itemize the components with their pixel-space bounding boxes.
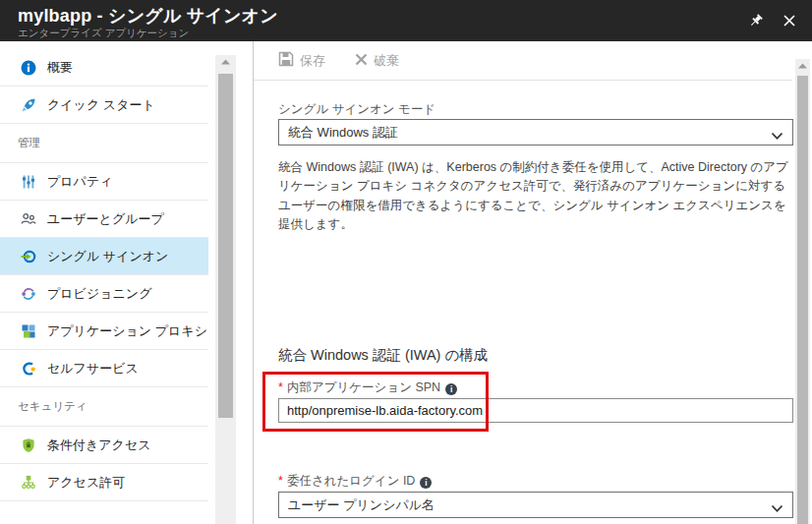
- section-label: 管理: [18, 136, 40, 150]
- spn-label-row: *内部アプリケーション SPNi: [278, 379, 457, 396]
- sidebar-item-application-proxy[interactable]: アプリケーション プロキシ: [0, 313, 208, 350]
- sidebar-item-label: クイック スタート: [47, 96, 155, 114]
- sidebar-item-overview[interactable]: 概要: [0, 49, 208, 87]
- blade-header: mylbapp - シングル サインオン エンタープライズ アプリケーション: [0, 0, 812, 41]
- blade-body: 概要 クイック スタート 管理 プロパティ: [0, 41, 812, 524]
- discard-x-icon: [355, 53, 368, 69]
- discard-label: 破棄: [374, 52, 399, 70]
- blade-titles: mylbapp - シングル サインオン エンタープライズ アプリケーション: [18, 6, 278, 40]
- sso-mode-label: シングル サインオン モード: [278, 101, 435, 118]
- spn-label: 内部アプリケーション SPN: [287, 380, 440, 394]
- sso-mode-description: 統合 Windows 認証 (IWA) は、Kerberos の制約付き委任を使…: [278, 158, 795, 235]
- sidebar-item-self-service[interactable]: セルフサービス: [0, 350, 208, 387]
- sidebar-item-provisioning[interactable]: プロビジョニング: [0, 275, 208, 313]
- app-window: mylbapp - シングル サインオン エンタープライズ アプリケーション: [0, 0, 812, 524]
- main-panel: 保存 破棄 シングル サインオン モード 統合 Windows 認証 統合 Wi…: [254, 41, 812, 524]
- sidebar-scrollbar-thumb[interactable]: [218, 74, 233, 418]
- info-icon: [21, 60, 36, 76]
- page-subtitle: エンタープライズ アプリケーション: [18, 27, 278, 40]
- login-id-value: ユーザー プリンシパル名: [288, 496, 435, 514]
- save-icon: [278, 51, 294, 70]
- sidebar-item-single-sign-on[interactable]: シングル サインオン: [0, 238, 208, 275]
- required-marker: *: [278, 380, 283, 394]
- sidebar-item-label: プロビジョニング: [47, 285, 151, 303]
- login-id-info-icon[interactable]: i: [420, 477, 432, 489]
- sidebar-item-label: プロパティ: [47, 173, 113, 191]
- sidebar-item-label: セルフサービス: [47, 360, 139, 378]
- scroll-up-icon[interactable]: [215, 55, 236, 69]
- chevron-down-icon: [771, 501, 783, 516]
- app-proxy-grid-icon: [21, 323, 36, 339]
- sidebar-item-properties[interactable]: プロパティ: [0, 163, 208, 201]
- spn-input[interactable]: [278, 398, 793, 423]
- key-ring-icon: [21, 361, 36, 377]
- spn-info-icon[interactable]: i: [445, 383, 457, 395]
- login-id-select[interactable]: ユーザー プリンシパル名: [278, 492, 793, 518]
- main-scrollbar[interactable]: [795, 59, 810, 524]
- required-marker: *: [278, 474, 283, 488]
- sidebar-item-permissions[interactable]: アクセス許可: [0, 464, 208, 501]
- save-button[interactable]: 保存: [278, 51, 325, 70]
- sidebar-scrollbar[interactable]: [215, 55, 236, 524]
- page-title: mylbapp - シングル サインオン: [18, 6, 278, 26]
- provisioning-cycle-icon: [21, 286, 36, 302]
- main-scrollbar-thumb[interactable]: [797, 76, 808, 524]
- scroll-up-icon[interactable]: [795, 59, 810, 73]
- command-bar: 保存 破棄: [254, 41, 792, 81]
- sidebar-item-label: 概要: [47, 59, 73, 77]
- section-label: セキュリティ: [18, 399, 87, 414]
- chevron-down-icon: [771, 129, 783, 144]
- sso-mode-value: 統合 Windows 認証: [288, 124, 398, 142]
- close-icon[interactable]: [781, 12, 798, 29]
- sidebar-section-management: 管理: [0, 124, 208, 163]
- blade-actions: [747, 12, 798, 29]
- sidebar: 概要 クイック スタート 管理 プロパティ: [0, 41, 254, 524]
- iwa-config-section-title: 統合 Windows 認証 (IWA) の構成: [278, 346, 488, 365]
- sidebar-item-users-groups[interactable]: ユーザーとグループ: [0, 201, 208, 238]
- shield-icon: [21, 437, 36, 453]
- org-tree-icon: [21, 475, 36, 491]
- sidebar-section-security: セキュリティ: [0, 387, 208, 427]
- sidebar-item-label: アプリケーション プロキシ: [47, 322, 207, 340]
- sidebar-item-label: ユーザーとグループ: [47, 210, 164, 228]
- sidebar-item-label: シングル サインオン: [47, 248, 168, 265]
- sidebar-item-label: アクセス許可: [47, 474, 125, 492]
- sidebar-item-conditional-access[interactable]: 条件付きアクセス: [0, 427, 208, 464]
- sso-arrow-icon: [21, 249, 36, 264]
- sso-mode-select[interactable]: 統合 Windows 認証: [278, 119, 793, 146]
- sidebar-item-label: 条件付きアクセス: [47, 437, 151, 454]
- rocket-icon: [21, 97, 36, 113]
- login-id-label-row: *委任されたログイン IDi: [278, 473, 432, 490]
- sidebar-item-quickstart[interactable]: クイック スタート: [0, 87, 208, 124]
- people-icon: [21, 211, 36, 227]
- pin-icon[interactable]: [747, 12, 765, 29]
- login-id-label: 委任されたログイン ID: [287, 474, 416, 488]
- sliders-icon: [21, 174, 36, 190]
- sidebar-menu: 概要 クイック スタート 管理 プロパティ: [0, 49, 208, 501]
- discard-button[interactable]: 破棄: [355, 52, 399, 70]
- save-label: 保存: [300, 52, 325, 70]
